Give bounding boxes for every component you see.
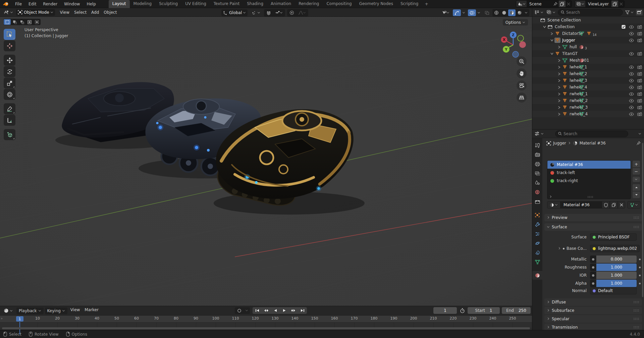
properties-tab-view-layer[interactable] (532, 169, 542, 178)
workspace-tab-rendering[interactable]: Rendering (295, 0, 323, 8)
play-reverse-button[interactable] (271, 307, 280, 314)
include-checkbox[interactable] (622, 25, 626, 29)
alpha-slider[interactable]: 1.000 (596, 280, 637, 287)
timeline-ruler[interactable]: » 1 102030405060708090100110120130140150… (0, 316, 532, 322)
new-scene-icon[interactable] (559, 1, 566, 7)
outliner-row-rwheel-1[interactable]: rwheel_1 (532, 91, 644, 97)
proportional-falloff-dropdown[interactable] (296, 9, 308, 16)
move-slot-down-button[interactable] (632, 191, 640, 199)
disable-render-icon[interactable] (637, 32, 642, 36)
material-slot-material-36[interactable]: Material #36 (547, 161, 631, 169)
expand-icon[interactable] (556, 93, 562, 96)
blender-logo-icon[interactable] (3, 2, 9, 6)
measure-tool[interactable] (4, 115, 15, 126)
workspace-tab-scripting[interactable]: Scripting (397, 0, 422, 8)
material-slot-track-right[interactable]: track-right (547, 177, 631, 185)
timeline-menu-view[interactable]: View (68, 307, 82, 314)
outliner-row-rwheel-3[interactable]: rwheel_3 (532, 104, 644, 111)
proportional-editing-toggle[interactable] (288, 9, 296, 16)
duplicate-material-icon[interactable] (610, 201, 618, 209)
remove-slot-button[interactable]: − (632, 168, 640, 175)
expand-icon[interactable] (556, 113, 562, 116)
animate-decorator-dot[interactable] (639, 275, 641, 276)
workspace-tab-animation[interactable]: Animation (267, 0, 295, 8)
expand-icon[interactable] (556, 106, 562, 109)
slot-specials-menu[interactable] (632, 176, 640, 182)
menu-help[interactable]: Help (83, 0, 99, 8)
workspace-tab-geometry-nodes[interactable]: Geometry Nodes (356, 0, 397, 8)
workspace-tab-sculpting[interactable]: Sculpting (155, 0, 181, 8)
outliner-row-mesh-001[interactable]: Mesh.001 (532, 57, 644, 64)
disable-render-icon[interactable] (637, 72, 642, 76)
outliner-row-hull[interactable]: hull3 (532, 44, 644, 50)
properties-tab-object[interactable] (532, 211, 542, 219)
timeline-scrollbar[interactable] (2, 327, 530, 329)
properties-tab-world[interactable] (532, 188, 542, 196)
expand-icon[interactable] (556, 46, 562, 49)
pan-hand-icon[interactable] (517, 68, 527, 78)
properties-tab-collection[interactable] (532, 197, 542, 206)
editor-type-button[interactable] (2, 9, 15, 16)
hide-eye-icon[interactable] (629, 79, 634, 82)
breadcrumb-object[interactable]: Jugger (553, 141, 566, 146)
disable-render-icon[interactable] (637, 112, 642, 116)
menu-window[interactable]: Window (61, 0, 83, 8)
shading-solid-button[interactable] (500, 9, 508, 16)
mode-dropdown[interactable]: Object Mode (16, 9, 55, 16)
playhead[interactable]: 1 (16, 316, 23, 322)
diffuse-panel-header[interactable]: Diffuse (544, 298, 642, 306)
workspace-tab-compositing[interactable]: Compositing (323, 0, 355, 8)
normal-button[interactable]: Default (590, 287, 637, 294)
timeline-menu-keying[interactable]: Keying (45, 307, 67, 314)
select-mode-subtract-button[interactable] (18, 19, 25, 25)
toggle-xray[interactable] (483, 9, 491, 16)
add-workspace-button[interactable]: + (422, 1, 431, 6)
options-dropdown[interactable]: Options (503, 19, 528, 25)
workspace-tab-modeling[interactable]: Modeling (130, 0, 156, 8)
pivot-point-dropdown[interactable] (250, 9, 262, 16)
viewport-menu-object[interactable]: Object (101, 10, 119, 15)
link-material-to-dropdown[interactable] (627, 201, 641, 209)
viewlayer-selector[interactable]: ViewLayer (575, 0, 625, 7)
preview-panel-header[interactable]: Preview (544, 214, 642, 221)
frame-end-field[interactable]: End250 (502, 307, 531, 314)
properties-tab-particles[interactable] (532, 229, 542, 238)
properties-tab-constraints[interactable] (532, 248, 542, 257)
outliner-row-lwheel-2[interactable]: lwheel_2 (532, 70, 644, 77)
outliner-row-lwheel-4[interactable]: lwheel_4 (532, 84, 644, 91)
outliner-row-lwheel-1[interactable]: lwheel_1 (532, 64, 644, 70)
unlink-material-icon[interactable] (618, 201, 625, 209)
jump-end-button[interactable] (298, 307, 307, 314)
specular-panel-header[interactable]: Specular (544, 315, 642, 323)
region-toggle-arrow[interactable]: » (1, 317, 3, 320)
viewlayer-name[interactable]: ViewLayer (585, 2, 611, 6)
expand-icon[interactable] (556, 59, 562, 62)
overlays-dropdown[interactable] (476, 9, 482, 16)
viewport-menu-select[interactable]: Select (72, 10, 89, 15)
menu-render[interactable]: Render (40, 0, 61, 8)
preview-range-icon[interactable] (459, 308, 466, 313)
navigation-gizmo[interactable]: Z X Y (498, 31, 527, 60)
outliner-row-titangt[interactable]: TitanGT (532, 50, 644, 57)
hide-eye-icon[interactable] (629, 32, 634, 36)
animate-decorator-dot[interactable] (639, 283, 641, 284)
outliner-search-input[interactable]: Search (558, 9, 623, 16)
properties-scrollbar[interactable] (642, 143, 643, 297)
play-button[interactable] (280, 307, 289, 314)
disable-render-icon[interactable] (637, 86, 642, 89)
shading-material-preview-button[interactable] (508, 9, 516, 16)
metallic-slider[interactable]: 0.000 (596, 256, 637, 263)
outliner-row-rwheel-2[interactable]: rwheel_2 (532, 97, 644, 104)
viewport-3d[interactable]: User Perspective (1) Collection | Jugger… (0, 17, 532, 306)
transform-tool[interactable] (4, 89, 15, 100)
menu-file[interactable]: File (12, 0, 25, 8)
jump-start-button[interactable] (253, 307, 262, 314)
surface-panel-header[interactable]: Surface (544, 223, 642, 231)
outliner-row-scene-collection[interactable]: Scene Collection (532, 17, 644, 23)
workspace-tab-texture-paint[interactable]: Texture Paint (210, 0, 243, 8)
select-mode-intersect-button[interactable] (33, 19, 40, 25)
next-keyframe-button[interactable] (289, 307, 298, 314)
selectability-visibility-dropdown[interactable] (439, 9, 451, 16)
disable-render-icon[interactable] (637, 39, 642, 42)
socket-toggle[interactable] (590, 272, 596, 279)
